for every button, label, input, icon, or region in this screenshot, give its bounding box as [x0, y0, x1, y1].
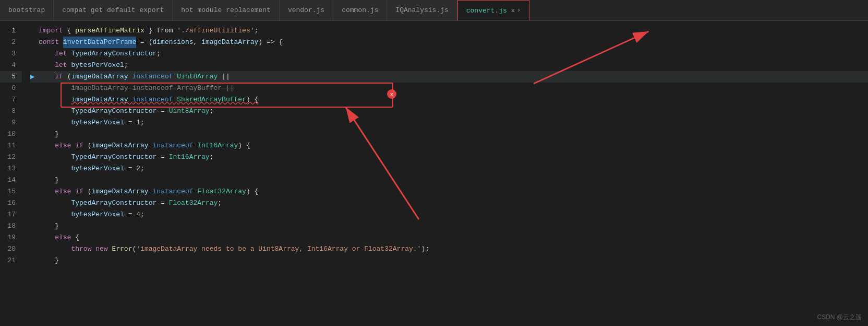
code-line-3: let TypedArrayConstructor; [30, 48, 868, 60]
tab-bar: bootstrap compat get default export hot … [0, 0, 868, 21]
code-line-5: ▶ if (imageDataArray instanceof Uint8Arr… [30, 71, 868, 83]
code-line-17: bytesPerVoxel = 4; [30, 209, 868, 220]
line-num-2: 2 [0, 37, 22, 48]
line-num-15: 15 [0, 186, 22, 197]
line-num-14: 14 [0, 174, 22, 186]
code-line-12: TypedArrayConstructor = Int16Array; [30, 152, 868, 163]
code-line-13: bytesPerVoxel = 2; [30, 163, 868, 174]
line-num-16: 16 [0, 197, 22, 209]
line-num-13: 13 [0, 163, 22, 174]
line-num-20: 20 [0, 243, 22, 255]
tab-iqanalysis[interactable]: IQAnalysis.js [387, 0, 457, 21]
tab-vendor[interactable]: vendor.js [280, 0, 333, 21]
line-num-1: 1 [0, 25, 22, 37]
code-line-11: else if (imageDataArray instanceof Int16… [30, 140, 868, 152]
code-line-8: TypedArrayConstructor = Uint8Array; [30, 106, 868, 117]
line-num-7: 7 [0, 94, 22, 106]
tab-compat[interactable]: compat get default export [54, 0, 173, 21]
code-line-15: else if (imageDataArray instanceof Float… [30, 186, 868, 197]
line-num-4: 4 [0, 60, 22, 71]
line-indicator-1 [30, 25, 39, 37]
line-num-17: 17 [0, 209, 22, 220]
code-line-7: imageDataArray instanceof SharedArrayBuf… [30, 94, 868, 106]
code-line-14: } [30, 174, 868, 186]
tab-bootstrap[interactable]: bootstrap [0, 0, 54, 21]
code-line-18: } [30, 220, 868, 232]
code-line-9: bytesPerVoxel = 1; [30, 117, 868, 129]
line-num-10: 10 [0, 129, 22, 140]
chevron-right-icon[interactable]: › [517, 7, 521, 14]
line-num-5: 5 [0, 71, 22, 83]
close-annotation-button[interactable]: ✕ [387, 89, 396, 99]
line-num-11: 11 [0, 140, 22, 152]
line-num-9: 9 [0, 117, 22, 129]
line-num-8: 8 [0, 106, 22, 117]
tab-common[interactable]: common.js [333, 0, 387, 21]
code-editor[interactable]: import { parseAffineMatrix } from './aff… [22, 21, 868, 326]
tab-convert[interactable]: convert.js ✕ › [457, 0, 529, 21]
code-line-16: TypedArrayConstructor = Float32Array; [30, 197, 868, 209]
line-num-6: 6 [0, 83, 22, 94]
line-num-3: 3 [0, 48, 22, 60]
code-line-20: throw new Error('imageDataArray needs to… [30, 243, 868, 255]
code-line-1: import { parseAffineMatrix } from './aff… [30, 25, 868, 37]
code-line-10: } [30, 129, 868, 140]
code-line-4: let bytesPerVoxel; [30, 60, 868, 71]
close-tab-icon[interactable]: ✕ [511, 7, 515, 15]
code-line-6: imageDataArray instanceof ArrayBuffer || [30, 83, 868, 94]
tab-hot-module[interactable]: hot module replacement [173, 0, 280, 21]
line-numbers: 1 2 3 4 5 6 7 8 9 10 11 12 13 14 15 16 1… [0, 21, 22, 326]
code-line-2: const invertDataPerFrame = (dimensions, … [30, 37, 868, 48]
code-line-19: else { [30, 232, 868, 243]
code-area: 1 2 3 4 5 6 7 8 9 10 11 12 13 14 15 16 1… [0, 21, 868, 326]
line-num-18: 18 [0, 220, 22, 232]
code-line-21: } [30, 255, 868, 266]
watermark: CSDN @云之遥 [817, 313, 862, 322]
line-num-12: 12 [0, 152, 22, 163]
line-num-21: 21 [0, 255, 22, 266]
line-num-19: 19 [0, 232, 22, 243]
